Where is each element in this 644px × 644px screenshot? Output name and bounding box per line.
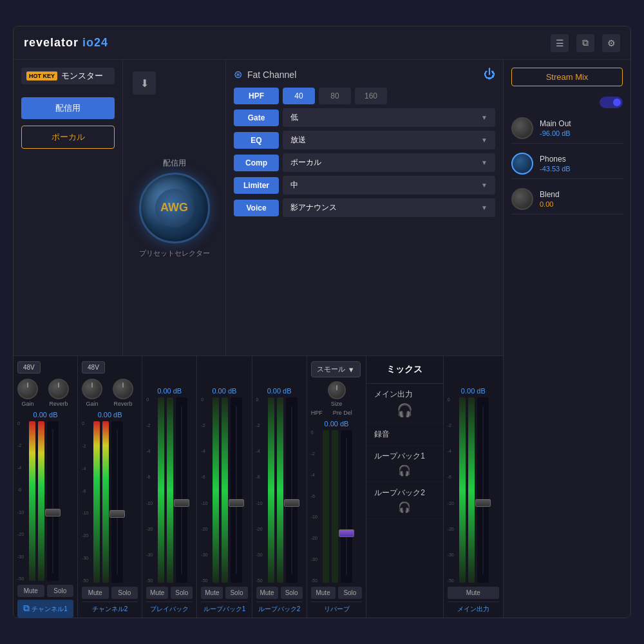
loopback2-fader-thumb[interactable] (284, 499, 299, 507)
copy-icon[interactable]: ⧉ (576, 34, 594, 52)
ch2-48v[interactable]: 48V (82, 361, 105, 374)
voice-label[interactable]: Voice (234, 200, 279, 216)
loopback1-mute-button[interactable]: Mute (201, 587, 223, 599)
mix-item-main-out[interactable]: メイン出力 🎧 (366, 384, 442, 424)
loopback1-solo-button[interactable]: Solo (225, 587, 247, 599)
voice-select[interactable]: 影アナウンス ▼ (283, 198, 495, 217)
main-out-buttons: Mute (448, 587, 499, 599)
reverb-vu-labels: 0-2-4-6-10-20-30-50 (311, 430, 320, 583)
hpf-row: HPF 40 80 160 (234, 88, 495, 104)
reverb-fader-line (346, 438, 347, 575)
ch2-fader-track[interactable] (111, 421, 123, 583)
hpf-80[interactable]: 80 (319, 88, 351, 104)
loopback2-db: 0.00 dB (256, 387, 303, 395)
comp-select[interactable]: ポーカル ▼ (283, 153, 495, 172)
ch2-mute-button[interactable]: Mute (82, 587, 109, 599)
ch2-solo-button[interactable]: Solo (111, 587, 138, 599)
fat-power-button[interactable]: ⏻ (484, 68, 495, 81)
ch1-reverb-knob[interactable] (48, 379, 69, 399)
mix-loopback1-icon: 🎧 (374, 464, 435, 477)
main-out-value: -96.00 dB (540, 129, 571, 137)
ch1-gain-knob[interactable] (17, 379, 38, 399)
phones-info: Phones -43.53 dB (540, 155, 571, 173)
ch1-db: 0.00 dB (17, 411, 73, 419)
blend-title: Blend (540, 190, 560, 199)
preset-knob[interactable]: AWG (139, 173, 210, 243)
vocal-button[interactable]: ポーカル (21, 126, 115, 149)
playback-buttons: Mute Solo (146, 587, 193, 599)
ch2-name: チャンネル2 (82, 601, 138, 618)
playback-name: プレイバック (146, 601, 193, 618)
ch1-48v[interactable]: 48V (17, 361, 41, 374)
reverb-fader-track[interactable] (341, 430, 352, 583)
ch2-fader-thumb[interactable] (109, 510, 125, 518)
ch2-gain-knob[interactable] (82, 379, 102, 399)
app-title: revelator io24 (24, 36, 108, 50)
playback-fader-thumb[interactable] (174, 499, 189, 507)
reverb-vu-l (323, 430, 329, 583)
top-section-inner: HOT KEY モンスター 配信用 ポーカル ⬇ 配信用 (14, 60, 503, 355)
loopback2-vu-r (277, 397, 283, 583)
ch1-buttons: Mute Solo (17, 585, 73, 597)
loopback2-fader-track[interactable] (286, 397, 298, 583)
mixer-section: 48V Gain Reverb 0.00 dB (14, 356, 503, 618)
playback-solo-button[interactable]: Solo (171, 587, 193, 599)
ch1-vu-meter-l (29, 421, 35, 581)
loopback2-vu-labels: 0-2-4-6-10-20-30-50 (256, 397, 265, 583)
ch1-link-icon: ⧉ (23, 603, 30, 613)
ch1-fader-track[interactable] (47, 421, 59, 581)
download-button[interactable]: ⬇ (133, 71, 156, 95)
limiter-select[interactable]: 中 ▼ (283, 176, 495, 194)
mix-item-loopback1[interactable]: ループバック1 🎧 (366, 446, 442, 482)
comp-label[interactable]: Comp (234, 155, 279, 171)
blend-knob[interactable] (511, 188, 533, 210)
channel-strip-ch1: 48V Gain Reverb 0.00 dB (14, 356, 78, 618)
playback-mute-button[interactable]: Mute (146, 587, 168, 599)
size-dropdown[interactable]: スモール ▼ (311, 361, 361, 377)
ch2-fader-area: 0-2-4-6-10-20-30-50 (82, 421, 138, 583)
hpf-40[interactable]: 40 (283, 88, 315, 104)
hotkey-section: HOT KEY モンスター 配信用 ポーカル (14, 60, 123, 355)
toggle-switch[interactable] (600, 97, 623, 108)
loopback1-fader-area: 0-2-4-6-10-20-30-50 (201, 397, 247, 583)
list-icon[interactable]: ☰ (551, 34, 569, 52)
main-out-fader-track[interactable] (477, 397, 489, 583)
main-out-fader-thumb[interactable] (475, 499, 491, 507)
gate-label[interactable]: Gate (234, 109, 279, 126)
preset-button[interactable]: 配信用 (21, 97, 115, 119)
ch1-knobs: Gain Reverb (17, 379, 73, 407)
eq-label[interactable]: EQ (234, 132, 279, 149)
ch1-solo-button[interactable]: Solo (47, 585, 74, 597)
hotkey-label: HOT KEY (26, 71, 57, 80)
loopback2-name: ループバック2 (256, 601, 303, 618)
loopback2-mute-button[interactable]: Mute (256, 587, 278, 599)
loopback2-solo-button[interactable]: Solo (281, 587, 303, 599)
main-out-mute-button[interactable]: Mute (448, 587, 499, 599)
playback-fader-line (181, 406, 182, 573)
hpf-label[interactable]: HPF (234, 88, 279, 104)
stream-mix-button[interactable]: Stream Mix (511, 68, 623, 86)
reverb-solo-button[interactable]: Solo (338, 587, 363, 599)
reverb-fader-thumb[interactable] (339, 529, 354, 537)
loopback1-fader-track[interactable] (231, 397, 242, 583)
ch2-reverb-knob[interactable] (113, 379, 133, 399)
reverb-mute-button[interactable]: Mute (311, 587, 336, 599)
eq-select[interactable]: 放送 ▼ (283, 131, 495, 149)
loopback1-buttons: Mute Solo (201, 587, 247, 599)
phones-knob[interactable] (511, 153, 533, 175)
ch1-mute-button[interactable]: Mute (17, 585, 44, 597)
gear-icon[interactable]: ⚙ (602, 34, 620, 52)
mix-item-recording[interactable]: 録音 (366, 424, 442, 446)
main-out-knob[interactable] (511, 117, 533, 139)
reverb-size-knob[interactable] (328, 381, 346, 399)
preset-section: ⬇ 配信用 AWG プリセットセレクター (123, 60, 226, 355)
loopback1-fader-thumb[interactable] (229, 499, 244, 507)
gate-select[interactable]: 低 ▼ (283, 108, 495, 127)
hpf-160[interactable]: 160 (355, 88, 387, 104)
app-container: revelator io24 ☰ ⧉ ⚙ HOT KEY モンスター 配 (13, 26, 631, 618)
limiter-label[interactable]: Limiter (234, 177, 279, 194)
playback-fader-track[interactable] (176, 397, 187, 583)
ch1-fader-thumb[interactable] (45, 509, 61, 516)
mix-item-loopback2[interactable]: ループバック2 🎧 (366, 482, 442, 519)
channel-strip-reverb: スモール ▼ Size HPF Pre Del (307, 356, 367, 618)
